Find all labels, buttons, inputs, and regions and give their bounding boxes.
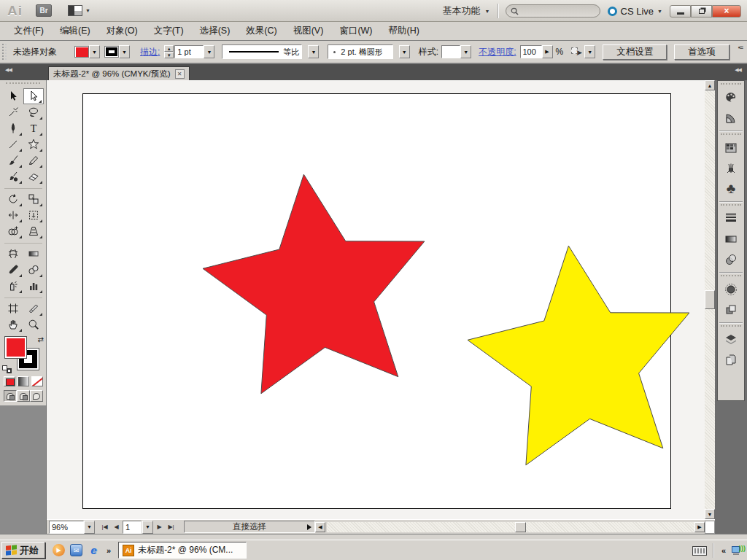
hand-tool[interactable] <box>3 316 23 332</box>
brush-dropdown[interactable]: ▼ <box>399 45 410 58</box>
mesh-tool[interactable] <box>3 246 23 262</box>
type-tool[interactable]: T <box>23 120 44 136</box>
pencil-tool[interactable] <box>23 152 44 168</box>
stroke-width-stepper[interactable]: ▲▼ <box>164 45 174 58</box>
isolate-selected-object-icon[interactable]: ➤ <box>570 46 584 58</box>
default-fill-stroke-icon[interactable] <box>2 365 12 373</box>
status-display[interactable]: 直接选择 <box>184 521 315 533</box>
menu-window[interactable]: 窗口(W) <box>331 22 380 40</box>
tray-collapse-icon[interactable]: « <box>721 546 726 555</box>
stroke-color-dropdown[interactable]: ▼ <box>119 45 130 58</box>
cs-live-menu[interactable]: CS Live ▼ <box>608 6 662 17</box>
symbol-sprayer-tool[interactable] <box>3 278 23 294</box>
slice-tool[interactable] <box>23 300 44 316</box>
free-transform-tool[interactable] <box>23 207 44 223</box>
document-tab-close-icon[interactable]: ✕ <box>175 69 185 79</box>
artboard-tool[interactable] <box>3 300 23 316</box>
next-artboard-icon[interactable]: ▶ <box>154 521 165 533</box>
line-segment-tool[interactable] <box>3 136 23 152</box>
paintbrush-tool[interactable] <box>3 152 23 168</box>
control-panel-menu-icon[interactable]: ▪≡ <box>738 44 743 51</box>
dock-grip[interactable] <box>721 325 741 329</box>
scroll-right-icon[interactable]: ▶ <box>694 522 705 532</box>
eyedropper-tool[interactable] <box>3 262 23 278</box>
scroll-down-icon[interactable]: ▼ <box>705 509 715 519</box>
rotate-tool[interactable] <box>3 191 23 207</box>
magic-wand-tool[interactable] <box>3 104 23 120</box>
search-input[interactable] <box>506 4 600 18</box>
input-method-icon[interactable] <box>692 546 707 556</box>
menu-effect[interactable]: 效果(C) <box>238 22 285 40</box>
color-guide-panel-icon[interactable] <box>718 108 744 128</box>
workspace-switcher[interactable]: 基本功能 ▼ <box>443 4 490 18</box>
width-tool[interactable] <box>3 207 23 223</box>
blend-tool[interactable] <box>23 262 44 278</box>
minimize-button[interactable] <box>670 5 691 18</box>
stroke-panel-link[interactable]: 描边: <box>140 46 160 58</box>
status-menu-icon[interactable] <box>307 524 311 530</box>
menu-object[interactable]: 对象(O) <box>98 22 146 40</box>
dock-grip[interactable] <box>721 133 741 137</box>
stroke-width-dropdown[interactable]: ▼ <box>204 45 214 58</box>
preferences-button[interactable]: 首选项 <box>674 44 729 60</box>
isolate-dropdown[interactable]: ▼ <box>584 45 595 58</box>
vertical-scrollbar-thumb[interactable] <box>705 290 715 309</box>
panel-grip[interactable] <box>2 44 7 60</box>
direct-selection-tool[interactable] <box>23 88 44 104</box>
menu-type[interactable]: 文字(T) <box>146 22 192 40</box>
tools-panel-grip[interactable] <box>6 82 40 87</box>
menu-help[interactable]: 帮助(H) <box>381 22 427 40</box>
red-star-shape[interactable] <box>203 174 425 394</box>
width-profile-dropdown[interactable]: ▼ <box>308 45 319 58</box>
artboards-panel-icon[interactable] <box>718 350 744 370</box>
blob-brush-tool[interactable] <box>3 168 23 184</box>
toolbar-collapse-icon[interactable]: ◀◀ <box>5 67 12 73</box>
zoom-level-field[interactable]: 96% <box>49 521 84 534</box>
none-button[interactable] <box>31 376 43 386</box>
stroke-width-field[interactable]: 1 pt <box>174 45 204 58</box>
close-button[interactable]: × <box>712 5 741 18</box>
illustrator-task-button[interactable]: Ai 未标题-2* @ 96% (CM... <box>118 542 247 559</box>
menu-view[interactable]: 视图(V) <box>285 22 332 40</box>
menu-select[interactable]: 选择(S) <box>192 22 239 40</box>
scroll-left-icon[interactable]: ◀ <box>315 522 325 532</box>
bridge-button[interactable]: Br <box>36 4 52 17</box>
dock-grip[interactable] <box>721 83 741 87</box>
quick-launch-overflow-icon[interactable]: » <box>107 546 111 555</box>
pen-tool[interactable] <box>3 120 23 136</box>
restore-button[interactable] <box>691 5 712 18</box>
dock-grip[interactable] <box>721 204 741 208</box>
draw-behind-mode-button[interactable] <box>17 390 30 402</box>
symbols-panel-icon[interactable]: ♣ <box>718 179 744 199</box>
stroke-color-swatch[interactable] <box>104 46 119 58</box>
brush-select[interactable]: 2 pt. 椭圆形 <box>328 44 392 59</box>
yellow-star-shape[interactable] <box>468 246 689 465</box>
fill-color-swatch[interactable] <box>74 46 89 58</box>
perspective-grid-tool[interactable] <box>23 223 44 239</box>
opacity-link[interactable]: 不透明度: <box>479 46 516 58</box>
zoom-tool[interactable] <box>23 316 44 332</box>
horizontal-scrollbar[interactable] <box>327 522 694 532</box>
vertical-scrollbar[interactable]: ▲ ▼ <box>705 80 715 519</box>
fill-color-dropdown[interactable]: ▼ <box>89 45 100 58</box>
lasso-tool[interactable] <box>23 104 44 120</box>
document-tab[interactable]: 未标题-2* @ 96% (CMYK/预览) ✕ <box>48 66 190 80</box>
draw-normal-mode-button[interactable] <box>4 390 17 402</box>
selection-tool[interactable] <box>3 88 23 104</box>
artboard-number-dropdown[interactable]: ▼ <box>142 521 153 534</box>
scroll-up-icon[interactable]: ▲ <box>705 80 715 90</box>
arrange-documents-icon[interactable] <box>68 5 82 16</box>
color-button[interactable] <box>4 376 15 386</box>
dock-collapse-icon[interactable]: ◀◀ <box>735 67 741 73</box>
gradient-tool[interactable] <box>23 246 44 262</box>
document-setup-button[interactable]: 文档设置 <box>603 44 667 60</box>
media-player-icon[interactable]: ▶ <box>53 544 65 556</box>
last-artboard-icon[interactable]: ▶| <box>166 521 177 533</box>
appearance-panel-icon[interactable] <box>718 279 744 300</box>
previous-artboard-icon[interactable]: ◀ <box>111 521 122 533</box>
column-graph-tool[interactable] <box>23 278 44 294</box>
graphic-styles-panel-icon[interactable] <box>718 300 744 320</box>
swap-fill-stroke-icon[interactable]: ⇄ <box>38 335 44 343</box>
stroke-panel-icon[interactable] <box>718 209 744 229</box>
scale-tool[interactable] <box>23 191 44 207</box>
